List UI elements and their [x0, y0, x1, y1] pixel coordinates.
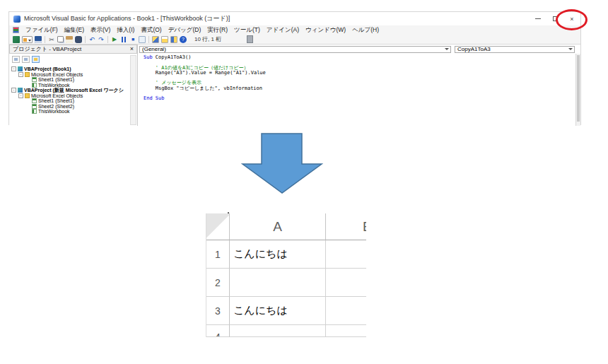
editor-client-area: プロジェクト - VBAProject × - VBAProject (Book… [9, 45, 580, 126]
menu-item-debug[interactable]: デバッグ(D) [168, 26, 201, 35]
view-excel-icon[interactable] [13, 36, 20, 43]
row-header-1[interactable]: 1 [206, 240, 230, 269]
toggle-folders-button[interactable] [32, 56, 40, 63]
tree-item-label: VBAProject (Book1) [24, 66, 71, 71]
run-icon[interactable]: ▶ [111, 36, 118, 43]
menu-item-file[interactable]: ファイル(F) [25, 26, 58, 35]
tree-item-thisworkbook-new[interactable]: ThisWorkbook [9, 109, 137, 115]
menu-item-view[interactable]: 表示(V) [90, 26, 110, 35]
view-object-button[interactable] [22, 56, 30, 63]
tree-item-label: Sheet2 (Sheet2) [38, 104, 74, 109]
help-icon[interactable]: ? [180, 36, 187, 43]
find-icon[interactable] [75, 36, 82, 43]
properties-window-icon[interactable] [161, 36, 168, 43]
menu-item-edit[interactable]: 編集(E) [64, 26, 84, 35]
project-explorer: プロジェクト - VBAProject × - VBAProject (Book… [9, 45, 138, 126]
code-scrollbar[interactable] [575, 54, 580, 126]
cell-a1[interactable]: こんにちは [230, 240, 326, 269]
view-code-icon [14, 58, 18, 61]
down-arrow-shape [241, 132, 323, 194]
excel-grid-snippet: A B 1 こんにちは 2 3 こんにちは 4 [206, 213, 366, 337]
code-window-icon [13, 27, 19, 33]
minimize-button[interactable] [530, 12, 546, 25]
tree-item-sheet2-new[interactable]: Sheet2 (Sheet2) [9, 104, 137, 110]
window-title: Microsoft Visual Basic for Applications … [24, 14, 230, 23]
tree-item-label: Sheet1 (Sheet1) [38, 77, 74, 82]
menu-bar: ファイル(F)編集(E)表示(V)挿入(I)書式(O)デバッグ(D)実行(R)ツ… [9, 25, 580, 35]
menu-item-tools[interactable]: ツール(T) [234, 26, 260, 35]
separator [148, 36, 149, 43]
cursor-position-text: 10 行, 1 桁 [194, 35, 221, 43]
code-line: Sub CopyA1ToA3() [144, 55, 573, 60]
project-explorer-icon[interactable] [152, 36, 159, 43]
undo-icon[interactable]: ↶ [88, 36, 95, 43]
view-code-button[interactable] [12, 56, 20, 63]
collapse-icon[interactable]: - [18, 93, 23, 98]
cell-b4[interactable] [326, 325, 366, 337]
collapse-icon[interactable]: - [11, 88, 16, 93]
vba-editor-window: Microsoft Visual Basic for Applications … [8, 11, 581, 125]
cut-icon[interactable]: ✂ [48, 36, 55, 43]
code-line: MsgBox "コピーしました", vbInformation [144, 86, 573, 91]
worksheet-icon [32, 104, 37, 109]
collapse-icon[interactable]: - [11, 66, 16, 71]
tree-item-sheet1-new[interactable]: Sheet1 (Sheet1) [9, 98, 137, 104]
scrollbar-thumb[interactable] [577, 55, 580, 122]
tree-item-label: ThisWorkbook [38, 109, 70, 114]
column-header-b[interactable]: B [326, 213, 366, 240]
menu-item-addins[interactable]: アドイン(A) [267, 26, 299, 35]
procedure-dropdown-value: CopyA1ToA3 [457, 46, 491, 52]
menu-item-window[interactable]: ウィンドウ(W) [305, 26, 346, 35]
tree-item-vbaproject-book1[interactable]: - VBAProject (Book1) [9, 66, 137, 72]
insert-userform-icon[interactable] [22, 36, 33, 43]
cell-b1[interactable] [326, 240, 366, 269]
workbook-icon [32, 109, 37, 114]
separator [85, 36, 86, 43]
row-header-2[interactable]: 2 [206, 269, 230, 297]
design-mode-icon[interactable] [139, 36, 146, 43]
menu-item-format[interactable]: 書式(O) [141, 26, 161, 35]
paste-icon[interactable] [66, 36, 73, 43]
tree-item-sheet1-book1[interactable]: Sheet1 (Sheet1) [9, 77, 137, 83]
cell-a4[interactable] [230, 325, 326, 337]
cell-a3[interactable]: こんにちは [230, 297, 326, 325]
separator [45, 36, 45, 43]
menu-item-help[interactable]: ヘルプ(H) [352, 26, 379, 35]
code-line [144, 76, 573, 81]
project-icon [18, 66, 23, 71]
select-all-button[interactable] [206, 213, 230, 240]
object-dropdown[interactable]: (General) [139, 46, 451, 53]
menu-items: ファイル(F)編集(E)表示(V)挿入(I)書式(O)デバッグ(D)実行(R)ツ… [25, 26, 379, 35]
tree-item-label: Microsoft Excel Objects [31, 72, 83, 77]
cell-b3[interactable] [326, 297, 366, 325]
object-browser-icon[interactable] [170, 36, 177, 43]
collapse-icon[interactable]: - [18, 72, 23, 77]
project-explorer-title: プロジェクト - VBAProject [13, 45, 130, 53]
row-header-4[interactable]: 4 [206, 325, 230, 337]
tree-item-vbaproject-new[interactable]: - VBAProject (新規 Microsoft Excel ワークシ [9, 88, 137, 93]
reset-icon[interactable]: ■ [129, 36, 136, 43]
column-header-a[interactable]: A [230, 213, 326, 240]
cell-a2[interactable] [230, 269, 326, 297]
cell-b2[interactable] [326, 269, 366, 297]
menu-item-insert[interactable]: 挿入(I) [117, 26, 134, 35]
chevron-down-icon [445, 48, 449, 50]
break-icon[interactable] [120, 36, 127, 43]
copy-icon[interactable] [57, 36, 64, 42]
procedure-dropdown[interactable]: CopyA1ToA3 [455, 46, 575, 53]
code-dropdown-row: (General) CopyA1ToA3 [138, 45, 580, 54]
code-editor[interactable]: Sub CopyA1ToA3() ' A1の値をA3にコピー（値だけコピー） R… [138, 54, 580, 126]
project-explorer-scrollbar[interactable] [130, 55, 136, 125]
project-explorer-toolbar [9, 54, 137, 63]
save-icon[interactable] [35, 36, 42, 43]
object-dropdown-value: (General) [142, 46, 166, 52]
tree-item-excel-objects-1[interactable]: - Microsoft Excel Objects [9, 72, 137, 78]
worksheet-icon [32, 77, 37, 82]
code-window: (General) CopyA1ToA3 Sub CopyA1ToA3() ' … [138, 45, 580, 126]
project-tree: - VBAProject (Book1) - Microsoft Excel O… [9, 63, 137, 115]
project-icon [18, 88, 23, 93]
menu-item-run[interactable]: 実行(R) [207, 26, 228, 35]
row-header-3[interactable]: 3 [206, 297, 230, 325]
project-explorer-close-button[interactable]: × [130, 46, 134, 52]
redo-icon[interactable]: ↷ [98, 36, 105, 43]
